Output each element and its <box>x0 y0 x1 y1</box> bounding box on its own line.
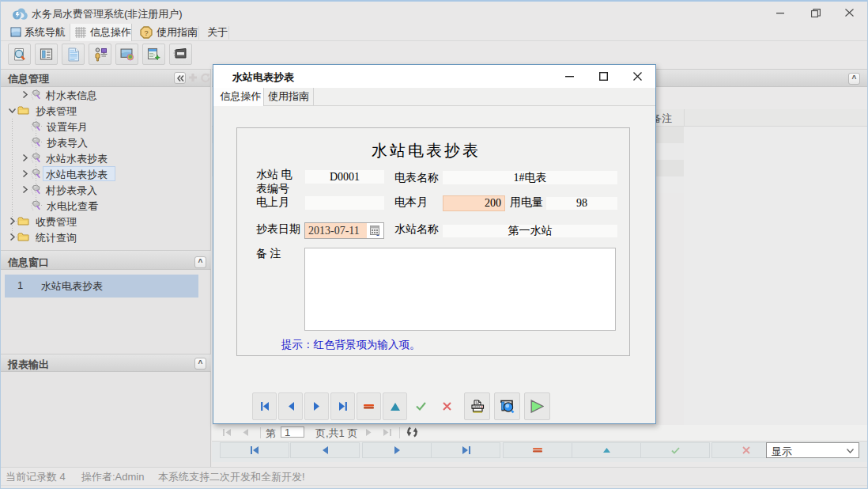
svg-text:?: ? <box>144 29 148 37</box>
